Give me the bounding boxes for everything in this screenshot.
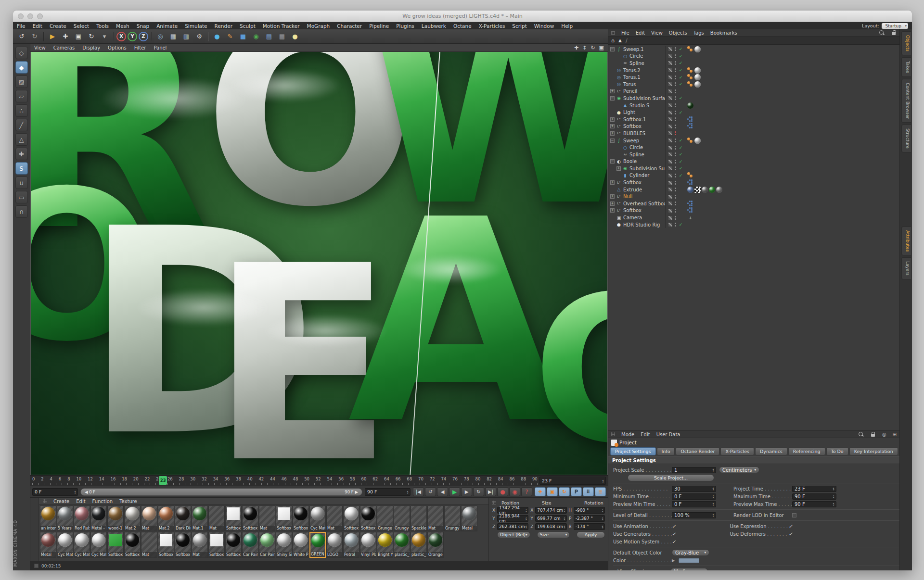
side-tab-content-browser[interactable]: Content Browser <box>901 79 911 123</box>
expander-icon[interactable]: − <box>610 159 615 164</box>
layer-toggle[interactable] <box>668 82 673 87</box>
section-header[interactable]: Project Settings <box>608 456 899 464</box>
material-tile-grungy-r1i24[interactable]: Grungy <box>444 505 461 531</box>
use-generators-checkbox[interactable]: ✓ <box>672 531 676 537</box>
magnet-icon[interactable]: ∩ <box>15 205 28 218</box>
expander-icon[interactable]: + <box>610 180 615 185</box>
material-tile-green-r2i16[interactable]: GREEN <box>309 532 326 558</box>
key-position-toggle[interactable]: ✚ <box>535 487 546 496</box>
visibility-dots[interactable] <box>675 160 676 164</box>
menu-window[interactable]: Window <box>534 23 554 29</box>
layer-toggle[interactable] <box>668 61 673 65</box>
visibility-dots[interactable] <box>675 174 676 177</box>
target-icon[interactable]: ◎ <box>882 432 886 437</box>
enable-check[interactable]: ✓ <box>678 166 683 171</box>
menu-motion-tracker[interactable]: Motion Tracker <box>263 23 300 29</box>
expander-icon[interactable]: + <box>610 117 615 122</box>
redo-icon[interactable]: ↻ <box>29 31 40 42</box>
new-panel-icon[interactable]: ⊞ <box>893 432 897 437</box>
goto-start-button[interactable]: |◀ <box>413 487 424 496</box>
visibility-dots[interactable] <box>675 89 676 93</box>
material-tile-white-pl-r2i15[interactable]: White Pl <box>293 532 309 558</box>
menu-animate[interactable]: Animate <box>156 23 178 29</box>
rotate-tool-icon[interactable]: ↻ <box>86 31 97 42</box>
record-keyframe-button[interactable]: ● <box>497 487 508 496</box>
maximum-time-field[interactable]: 90 F▴▾ <box>792 493 836 500</box>
material-tile-red-rub-r1i2[interactable]: Red Rub <box>74 505 90 531</box>
simulate-icon[interactable]: ◉ <box>250 31 262 42</box>
visibility-dots[interactable] <box>675 188 676 191</box>
previous-frame-button[interactable]: ◀ <box>437 487 448 496</box>
title-bar[interactable]: We grow ideas (merged) LIGHTS.c4d * – Ma… <box>13 11 912 22</box>
play-cycle-button[interactable]: ↻ <box>473 487 484 496</box>
layer-toggle[interactable] <box>668 173 673 178</box>
tab-octane-render[interactable]: Octane Render <box>676 447 719 455</box>
material-tile-softbox-r2i4[interactable]: Softbox <box>107 532 124 558</box>
layer-toggle[interactable] <box>668 187 673 192</box>
color-swatch[interactable] <box>678 558 699 563</box>
material-tile-mat-r1i17[interactable]: Mat <box>326 505 343 531</box>
layer-toggle[interactable] <box>668 201 673 206</box>
material-tile-grungy-r1i21[interactable]: Grungy <box>394 505 410 531</box>
material-tile-car-pair-r2i12[interactable]: Car Pair <box>242 532 258 558</box>
om-menu-edit[interactable]: Edit <box>636 30 645 36</box>
timeline-ruler[interactable]: 0246810121416182022242628303234363840424… <box>32 476 538 486</box>
viewport-menu-panel[interactable]: Panel <box>154 45 167 50</box>
object-row-softbox[interactable]: +L°Softbox <box>608 179 899 186</box>
xparticles-tag-icon[interactable] <box>687 116 693 123</box>
rotation-h-field[interactable]: -900 °▴▾ <box>574 507 605 514</box>
expander-icon[interactable]: − <box>610 47 615 51</box>
material-tile-mat-r1i6[interactable]: Mat <box>141 505 157 531</box>
layer-toggle[interactable] <box>668 138 673 143</box>
om-menu-file[interactable]: File <box>621 30 629 36</box>
lock-icon[interactable] <box>870 431 876 437</box>
object-row-light[interactable]: +●Light✓ <box>608 109 899 116</box>
size-x-field[interactable]: 707.474 cm▴▾ <box>535 507 566 514</box>
rotation-p-field[interactable]: -2.387 °▴▾ <box>574 515 605 522</box>
object-row-sweep-1[interactable]: −∫Sweep.1✓ <box>608 46 899 53</box>
layer-toggle[interactable] <box>668 89 673 94</box>
material-tile-mat-r2i9[interactable]: Mat <box>192 532 208 558</box>
menu-plugins[interactable]: Plugins <box>396 23 414 29</box>
texture-mode-icon[interactable]: ▨ <box>15 76 28 88</box>
object-row-cylinder[interactable]: +▮Cylinder✓ <box>608 172 899 179</box>
object-row-softbox-1[interactable]: +L°Softbox.1 <box>608 116 899 123</box>
material-tile-metal-r1i25[interactable]: Metal <box>461 505 477 531</box>
object-row-bubbles[interactable]: +L°BUBBLES <box>608 130 899 137</box>
size-y-field[interactable]: 699.77 cm▴▾ <box>535 515 566 522</box>
use-animation-checkbox[interactable]: ✓ <box>672 524 676 529</box>
enable-check[interactable]: ✓ <box>678 68 683 73</box>
expander-icon[interactable]: + <box>616 166 621 171</box>
goto-end-button[interactable]: ▶| <box>485 487 496 496</box>
tab-key-interpolation[interactable]: Key Interpolation <box>849 447 898 455</box>
material-tile-mat-r1i10[interactable]: Mat <box>208 505 225 531</box>
render-view-icon[interactable]: ▦ <box>167 31 179 42</box>
last-tool-icon[interactable]: ▾ <box>99 31 110 42</box>
material-tile-orange-r2i23[interactable]: Orange <box>427 532 444 558</box>
object-row-torus-2[interactable]: +◎Torus.2✓ <box>608 67 899 74</box>
viewport-menu-cameras[interactable]: Cameras <box>53 45 75 50</box>
size-mode-select[interactable]: Size▾ <box>537 531 570 538</box>
side-tab-structure[interactable]: Structure <box>901 125 911 152</box>
position-y-field[interactable]: 2186.944 cm▴▾ <box>497 515 528 522</box>
edges-mode-icon[interactable]: ╱ <box>15 119 28 131</box>
object-row-overhead-softbox[interactable]: +L°Overhead Softbox <box>608 200 899 207</box>
phong-tag-icon[interactable] <box>687 46 693 52</box>
visibility-dots[interactable] <box>675 117 676 121</box>
side-tab-attributes[interactable]: Attributes <box>901 227 911 255</box>
x-axis-lock-icon[interactable]: X <box>116 32 126 41</box>
material-tile-car-pair-r2i13[interactable]: Car Pair <box>259 532 275 558</box>
enable-check[interactable]: ✓ <box>678 222 683 227</box>
move-tool-icon[interactable]: ✚ <box>60 31 71 42</box>
level-of-detail-field[interactable]: 100 %▴▾ <box>672 512 716 518</box>
viewport-canvas[interactable]: ROWODEAO <box>30 52 608 475</box>
dolly-view-icon[interactable]: ↕ <box>582 45 587 51</box>
minimum-time-field[interactable]: 0 F▴▾ <box>672 493 716 500</box>
disclosure-icon[interactable]: ▶ <box>613 569 616 571</box>
view-clipping-select[interactable]: Medium▾ <box>670 568 708 570</box>
om-menu-tags[interactable]: Tags <box>693 30 704 36</box>
layer-toggle[interactable] <box>668 194 673 199</box>
enable-check[interactable]: ✓ <box>678 75 683 80</box>
quantize-icon[interactable]: ▭ <box>15 191 28 203</box>
panel-grip-icon[interactable] <box>611 432 615 436</box>
